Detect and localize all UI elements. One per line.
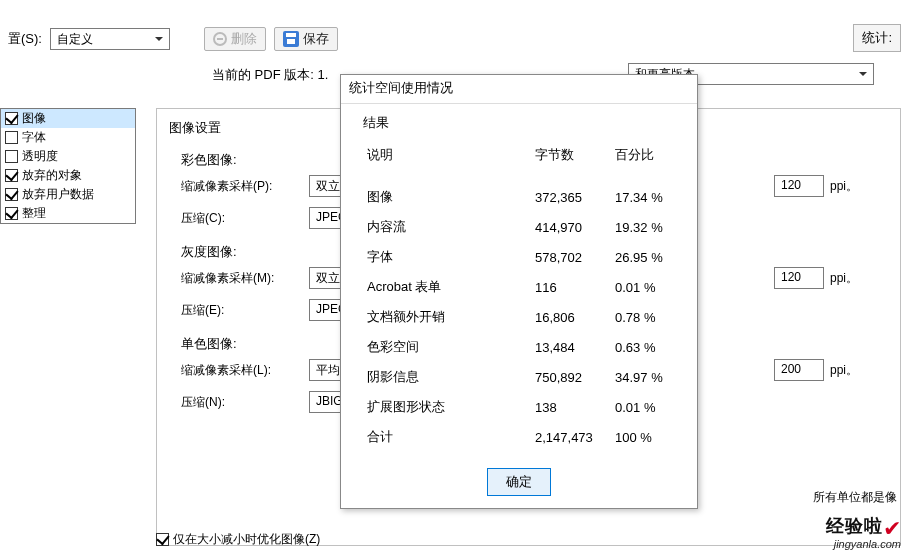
stats-dialog: 统计空间使用情况 结果 说明 字节数 百分比 图像372,36517.34 %内… [340, 74, 698, 509]
table-cell: 文档额外开销 [363, 302, 531, 332]
table-cell: 合计 [363, 422, 531, 452]
table-cell: 字体 [363, 242, 531, 272]
compress-e-label: 压缩(E): [181, 302, 301, 319]
sidebar-item[interactable]: 整理 [1, 204, 135, 223]
sidebar-item-label: 图像 [22, 110, 46, 127]
compress-c-label: 压缩(C): [181, 210, 301, 227]
table-cell: 2,147,473 [531, 422, 611, 452]
table-cell: 116 [531, 272, 611, 302]
table-row: 内容流414,97019.32 % [363, 212, 681, 242]
checkbox-icon [5, 150, 18, 163]
table-row: 文档额外开销16,8060.78 % [363, 302, 681, 332]
table-row: 色彩空间13,4840.63 % [363, 332, 681, 362]
downsample-m-label: 缩减像素采样(M): [181, 270, 301, 287]
dialog-subhead: 结果 [363, 114, 681, 132]
sidebar-item[interactable]: 放弃的对象 [1, 166, 135, 185]
sidebar-item-label: 放弃用户数据 [22, 186, 94, 203]
table-row: 扩展图形状态1380.01 % [363, 392, 681, 422]
table-cell: 138 [531, 392, 611, 422]
sidebar-item-label: 放弃的对象 [22, 167, 82, 184]
sidebar-item[interactable]: 图像 [1, 109, 135, 128]
table-cell: 内容流 [363, 212, 531, 242]
table-cell: 0.63 % [611, 332, 681, 362]
table-cell: 16,806 [531, 302, 611, 332]
table-cell: 13,484 [531, 332, 611, 362]
ok-button[interactable]: 确定 [487, 468, 551, 496]
checkbox-icon [5, 188, 18, 201]
units-label: 所有单位都是像 [813, 489, 897, 506]
compress-n-label: 压缩(N): [181, 394, 301, 411]
stats-button[interactable]: 统计: [853, 24, 901, 52]
checkbox-icon [5, 169, 18, 182]
table-cell: 750,892 [531, 362, 611, 392]
optimize-checkbox-label: 仅在大小减小时优化图像(Z) [173, 531, 320, 548]
table-cell: 578,702 [531, 242, 611, 272]
col-percent: 百分比 [611, 140, 681, 182]
table-cell: 34.97 % [611, 362, 681, 392]
col-desc: 说明 [363, 140, 531, 182]
table-row: 阴影信息750,89234.97 % [363, 362, 681, 392]
ppi-gray-input[interactable]: 120 [774, 267, 824, 289]
table-cell: 0.01 % [611, 272, 681, 302]
watermark: 经验啦✔ jingyanla.com [826, 512, 901, 550]
checkbox-icon [5, 131, 18, 144]
save-button[interactable]: 保存 [274, 27, 338, 51]
pdf-version-label: 当前的 PDF 版本: 1. [212, 66, 328, 84]
sidebar-item-label: 透明度 [22, 148, 58, 165]
table-cell: 0.78 % [611, 302, 681, 332]
checkbox-icon [5, 112, 18, 125]
table-cell: 图像 [363, 182, 531, 212]
minus-circle-icon [213, 32, 227, 46]
ppi-unit: ppi。 [830, 362, 858, 379]
table-row: 图像372,36517.34 % [363, 182, 681, 212]
sidebar-item-label: 字体 [22, 129, 46, 146]
table-cell: 19.32 % [611, 212, 681, 242]
checkbox-icon [156, 533, 169, 546]
ppi-unit: ppi。 [830, 178, 858, 195]
save-button-label: 保存 [303, 30, 329, 48]
checkbox-icon [5, 207, 18, 220]
ppi-mono-input[interactable]: 200 [774, 359, 824, 381]
stats-table: 说明 字节数 百分比 图像372,36517.34 %内容流414,97019.… [363, 140, 681, 452]
delete-button-label: 删除 [231, 30, 257, 48]
sidebar-item[interactable]: 字体 [1, 128, 135, 147]
settings-select[interactable]: 自定义 [50, 28, 170, 50]
table-cell: 0.01 % [611, 392, 681, 422]
check-icon: ✔ [883, 516, 901, 542]
table-cell: 372,365 [531, 182, 611, 212]
settings-select-value: 自定义 [57, 32, 93, 46]
table-cell: 阴影信息 [363, 362, 531, 392]
floppy-icon [283, 31, 299, 47]
table-row: 合计2,147,473100 % [363, 422, 681, 452]
dialog-title: 统计空间使用情况 [341, 75, 697, 104]
optimize-checkbox[interactable]: 仅在大小减小时优化图像(Z) [156, 531, 320, 548]
ppi-color-input[interactable]: 120 [774, 175, 824, 197]
col-bytes: 字节数 [531, 140, 611, 182]
table-cell: 26.95 % [611, 242, 681, 272]
delete-button[interactable]: 删除 [204, 27, 266, 51]
table-row: Acrobat 表单1160.01 % [363, 272, 681, 302]
table-cell: Acrobat 表单 [363, 272, 531, 302]
table-cell: 色彩空间 [363, 332, 531, 362]
sidebar-item-label: 整理 [22, 205, 46, 222]
downsample-l-label: 缩减像素采样(L): [181, 362, 301, 379]
table-cell: 扩展图形状态 [363, 392, 531, 422]
ppi-unit: ppi。 [830, 270, 858, 287]
table-row: 字体578,70226.95 % [363, 242, 681, 272]
table-cell: 414,970 [531, 212, 611, 242]
table-cell: 17.34 % [611, 182, 681, 212]
sidebar-item[interactable]: 透明度 [1, 147, 135, 166]
settings-label: 置(S): [8, 30, 42, 48]
sidebar: 图像字体透明度放弃的对象放弃用户数据整理 [0, 108, 136, 224]
toolbar: 置(S): 自定义 删除 保存 [0, 24, 905, 54]
table-cell: 100 % [611, 422, 681, 452]
downsample-p-label: 缩减像素采样(P): [181, 178, 301, 195]
sidebar-item[interactable]: 放弃用户数据 [1, 185, 135, 204]
